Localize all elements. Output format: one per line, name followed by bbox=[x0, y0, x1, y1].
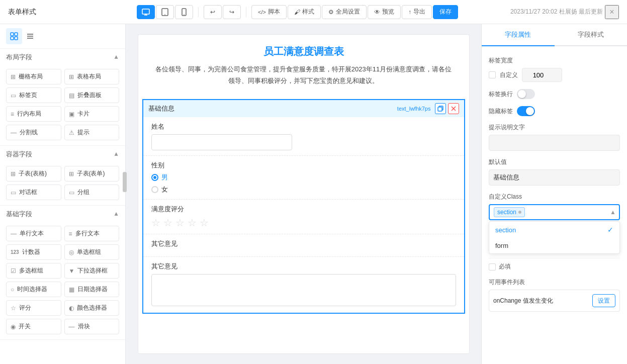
radio-male[interactable]: 男 bbox=[151, 173, 456, 182]
view-desktop-btn[interactable] bbox=[137, 5, 155, 19]
field-table-layout[interactable]: ⊞ 表格布局 bbox=[64, 69, 120, 84]
view-mobile-btn[interactable] bbox=[175, 5, 193, 19]
hint-text-label: 提示说明文字 bbox=[489, 123, 620, 132]
svg-rect-8 bbox=[15, 33, 18, 36]
radio-female[interactable]: 女 bbox=[151, 185, 456, 194]
star-2[interactable]: ☆ bbox=[163, 217, 172, 229]
style-btn[interactable]: 🖌 样式 bbox=[288, 5, 321, 19]
svg-rect-7 bbox=[11, 33, 14, 36]
required-checkbox[interactable] bbox=[489, 263, 496, 270]
event-settings-btn[interactable]: 设置 bbox=[592, 294, 615, 307]
star-4[interactable]: ☆ bbox=[188, 217, 197, 229]
field-other-label: 其它意见 bbox=[151, 239, 456, 248]
hide-label-toggle[interactable] bbox=[517, 106, 535, 116]
field-multi-text[interactable]: ≡ 多行文本 bbox=[64, 226, 120, 241]
hint-text-input[interactable] bbox=[489, 135, 620, 151]
hide-label-row: 隐藏标签 bbox=[489, 106, 620, 116]
field-select[interactable]: ▼ 下拉选择框 bbox=[64, 263, 120, 279]
field-color-picker[interactable]: ◐ 颜色选择器 bbox=[64, 300, 120, 316]
group-icon: ▭ bbox=[69, 189, 74, 196]
export-icon: ↑ bbox=[408, 9, 411, 16]
tab-field-props[interactable]: 字段属性 bbox=[482, 24, 555, 46]
field-slider[interactable]: — 滑块 bbox=[64, 319, 120, 334]
field-time-picker[interactable]: ○ 时间选择器 bbox=[6, 282, 61, 297]
date-icon: ▦ bbox=[69, 286, 74, 293]
field-card[interactable]: ▣ 卡片 bbox=[64, 106, 120, 122]
field-name-input[interactable] bbox=[151, 134, 292, 150]
sidebar-icons bbox=[0, 24, 125, 49]
field-dialog[interactable]: ▭ 对话框 bbox=[6, 185, 61, 200]
default-value-input[interactable] bbox=[489, 169, 620, 186]
dropdown-item-form[interactable]: form bbox=[489, 238, 619, 253]
sidebar-icon-components[interactable] bbox=[6, 28, 22, 44]
sidebar-icon-layers[interactable] bbox=[22, 28, 38, 44]
container-fields-grid: ⊞ 子表(表格) ⊞ 子表(表单) ▭ 对话框 ▭ 分组 bbox=[0, 163, 125, 205]
view-tablet-btn[interactable] bbox=[156, 5, 174, 19]
field-name-label: 姓名 bbox=[151, 122, 456, 131]
redo-btn[interactable]: ↪ bbox=[223, 5, 241, 19]
style-icon: 🖌 bbox=[294, 9, 300, 16]
script-btn[interactable]: </> 脚本 bbox=[251, 5, 287, 19]
svg-rect-10 bbox=[15, 37, 18, 40]
section-block[interactable]: 基础信息 text_lwfhk7ps bbox=[142, 99, 465, 314]
select-icon: ▼ bbox=[69, 267, 75, 275]
global-settings-btn[interactable]: ⚙ 全局设置 bbox=[322, 5, 367, 19]
class-tag-remove[interactable] bbox=[518, 211, 521, 214]
subtable-form-icon: ⊞ bbox=[69, 170, 74, 177]
radio-icon: ◎ bbox=[69, 249, 74, 256]
undo-btn[interactable]: ↩ bbox=[204, 5, 222, 19]
label-width-checkbox[interactable] bbox=[489, 71, 496, 78]
field-divider[interactable]: — 分割线 bbox=[6, 125, 61, 140]
field-satisfaction-label: 满意度评分 bbox=[151, 205, 456, 214]
form-title: 员工满意度调查表 bbox=[138, 35, 469, 63]
close-btn[interactable]: × bbox=[605, 5, 619, 19]
class-dropdown-chevron[interactable]: ▲ bbox=[610, 209, 616, 216]
radio-female-label: 女 bbox=[161, 185, 168, 194]
tab-field-style[interactable]: 字段样式 bbox=[555, 24, 628, 46]
field-group[interactable]: ▭ 分组 bbox=[64, 185, 120, 200]
color-icon: ◐ bbox=[69, 305, 74, 312]
save-btn[interactable]: 保存 bbox=[433, 5, 458, 19]
layout-fields-header[interactable]: 布局字段 ▼ bbox=[0, 49, 125, 66]
class-input-wrapper[interactable]: section ▲ bbox=[489, 204, 620, 220]
label-width-input[interactable] bbox=[522, 68, 562, 82]
hint-icon: ⚠ bbox=[69, 129, 74, 136]
star-5[interactable]: ☆ bbox=[200, 217, 209, 229]
preview-btn[interactable]: 👁 预览 bbox=[368, 5, 401, 19]
field-tabs[interactable]: ▭ 标签页 bbox=[6, 87, 61, 103]
section-delete-btn[interactable] bbox=[448, 103, 459, 114]
custom-class-label: 自定义Class bbox=[489, 193, 620, 201]
field-radio[interactable]: ◎ 单选框组 bbox=[64, 244, 120, 260]
field-grid-layout[interactable]: ⊞ 栅格布局 bbox=[6, 69, 61, 84]
field-hint[interactable]: ⚠ 提示 bbox=[64, 125, 120, 140]
dialog-icon: ▭ bbox=[11, 189, 16, 196]
star-3[interactable]: ☆ bbox=[175, 217, 185, 229]
switch-icon: ◉ bbox=[11, 323, 16, 330]
basic-fields-header[interactable]: 基础字段 ▼ bbox=[0, 206, 125, 223]
field-inline[interactable]: ≡ 行内布局 bbox=[6, 106, 61, 122]
field-rating[interactable]: ☆ 评分 bbox=[6, 300, 61, 316]
section-actions bbox=[435, 103, 459, 114]
svg-rect-0 bbox=[142, 9, 149, 14]
field-counter[interactable]: 123 计数器 bbox=[6, 244, 61, 260]
section-copy-btn[interactable] bbox=[435, 103, 446, 114]
container-collapse-arrow: ▼ bbox=[113, 151, 119, 158]
field-collapse[interactable]: ▤ 折叠面板 bbox=[64, 87, 120, 103]
textarea-input[interactable] bbox=[151, 274, 456, 306]
export-btn[interactable]: ↑ 导出 bbox=[402, 5, 432, 19]
star-1[interactable]: ☆ bbox=[151, 217, 160, 229]
field-date-picker[interactable]: ▦ 日期选择器 bbox=[64, 282, 120, 297]
field-switch[interactable]: ◉ 开关 bbox=[6, 319, 61, 334]
inline-icon: ≡ bbox=[11, 111, 14, 118]
field-subtable-grid[interactable]: ⊞ 子表(表格) bbox=[6, 166, 61, 181]
field-single-text[interactable]: — 单行文本 bbox=[6, 226, 61, 241]
label-newline-row: 标签换行 bbox=[489, 89, 620, 99]
resize-handle[interactable] bbox=[126, 172, 127, 192]
label-newline-toggle[interactable] bbox=[517, 89, 535, 99]
container-fields-header[interactable]: 容器字段 ▼ bbox=[0, 146, 125, 163]
field-subtable-form[interactable]: ⊞ 子表(表单) bbox=[64, 166, 120, 181]
svg-point-6 bbox=[184, 14, 185, 15]
dropdown-item-section[interactable]: section ✓ bbox=[489, 222, 619, 238]
field-checkbox[interactable]: ☑ 多选框组 bbox=[6, 263, 61, 279]
check-icon: ✓ bbox=[607, 226, 613, 234]
